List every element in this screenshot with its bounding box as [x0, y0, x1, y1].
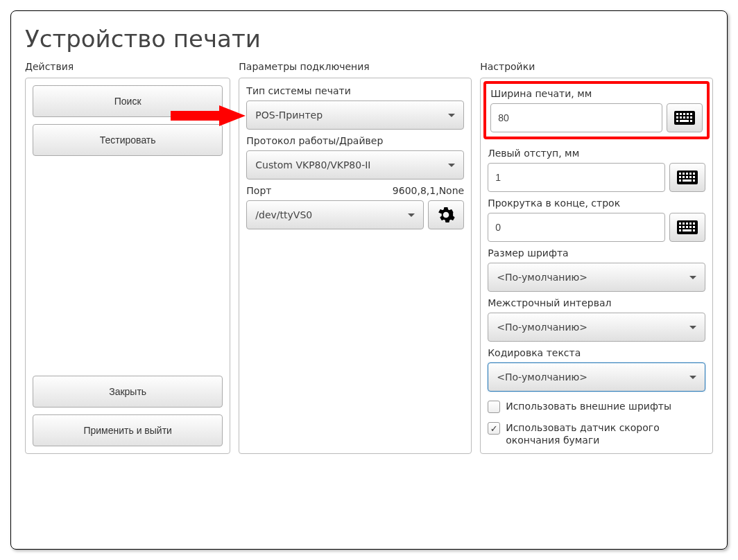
svg-rect-38: [689, 226, 692, 228]
svg-rect-26: [679, 180, 681, 182]
print-width-label: Ширина печати, мм: [490, 88, 703, 99]
font-size-value: <По-умолчанию>: [497, 272, 587, 283]
svg-rect-18: [686, 173, 688, 175]
keyboard-button[interactable]: [667, 103, 703, 132]
port-value: /dev/ttyVS0: [255, 209, 312, 220]
svg-rect-7: [676, 116, 678, 119]
column-settings: Настройки Ширина печати, мм: [480, 61, 713, 454]
svg-rect-5: [687, 113, 689, 115]
line-spacing-label: Межстрочный интервал: [488, 297, 705, 308]
svg-rect-32: [686, 222, 688, 225]
svg-rect-24: [689, 176, 692, 178]
chevron-down-icon: [689, 376, 696, 379]
panel-settings: Ширина печати, мм: [480, 78, 713, 454]
svg-rect-39: [693, 226, 695, 228]
svg-rect-3: [680, 113, 682, 115]
svg-rect-13: [680, 120, 689, 122]
svg-rect-27: [683, 180, 692, 182]
svg-rect-2: [676, 113, 678, 115]
printer-device-window: Устройство печати Действия Поиск Тестиро…: [10, 10, 728, 550]
svg-rect-30: [679, 222, 681, 225]
svg-rect-33: [689, 222, 692, 225]
svg-rect-42: [693, 229, 695, 231]
left-margin-label: Левый отступ, мм: [488, 148, 705, 159]
chevron-down-icon: [408, 213, 415, 217]
encoding-label: Кодировка текста: [488, 347, 705, 358]
line-spacing-select[interactable]: <По-умолчанию>: [488, 313, 705, 342]
port-settings-summary: 9600,8,1,None: [393, 185, 464, 196]
svg-rect-9: [683, 116, 685, 119]
keyboard-icon: [677, 170, 698, 184]
column-params: Параметры подключения Тип системы печати…: [239, 61, 472, 454]
print-system-type-label: Тип системы печати: [246, 85, 464, 96]
scroll-end-label: Прокрутка в конце, строк: [488, 198, 705, 209]
external-fonts-row: Использовать внешние шрифты: [488, 400, 705, 413]
svg-rect-35: [679, 226, 681, 228]
encoding-select[interactable]: <По-умолчанию>: [488, 362, 705, 392]
svg-rect-8: [680, 116, 682, 119]
encoding-value: <По-умолчанию>: [497, 371, 587, 383]
section-label-actions: Действия: [25, 61, 230, 72]
svg-rect-41: [683, 229, 692, 231]
keyboard-button[interactable]: [669, 213, 705, 242]
keyboard-button[interactable]: [669, 163, 705, 192]
external-fonts-label: Использовать внешние шрифты: [506, 400, 671, 412]
paper-sensor-checkbox[interactable]: [488, 422, 500, 435]
chevron-down-icon: [448, 164, 455, 167]
port-settings-button[interactable]: [428, 200, 464, 229]
panel-params: Тип системы печати POS-Принтер Протокол …: [239, 78, 472, 454]
section-label-params: Параметры подключения: [239, 61, 472, 72]
svg-rect-16: [679, 173, 681, 175]
port-select[interactable]: /dev/ttyVS0: [246, 200, 424, 229]
external-fonts-checkbox[interactable]: [488, 401, 500, 413]
port-label-row: Порт 9600,8,1,None: [246, 185, 464, 196]
svg-rect-37: [686, 226, 688, 228]
chevron-down-icon: [689, 276, 696, 279]
svg-rect-12: [676, 120, 678, 122]
svg-rect-21: [679, 176, 681, 178]
scroll-end-input[interactable]: [488, 213, 665, 242]
gear-icon: [437, 206, 455, 224]
svg-rect-14: [690, 120, 692, 122]
apply-exit-button[interactable]: Применить и выйти: [33, 414, 223, 446]
svg-rect-20: [693, 173, 695, 175]
svg-rect-36: [683, 226, 685, 228]
paper-sensor-row: Использовать датчик скорого окончания бу…: [488, 421, 705, 446]
test-button[interactable]: Тестировать: [33, 124, 223, 156]
section-label-settings: Настройки: [480, 61, 713, 72]
search-button[interactable]: Поиск: [33, 85, 223, 117]
panel-actions: Поиск Тестировать Закрыть Применить и вы…: [25, 78, 230, 454]
font-size-label: Размер шрифта: [488, 247, 705, 259]
svg-rect-10: [687, 116, 689, 119]
chevron-down-icon: [689, 326, 696, 329]
print-width-input[interactable]: [490, 103, 662, 132]
left-margin-input[interactable]: [488, 163, 665, 192]
line-spacing-value: <По-умолчанию>: [497, 322, 587, 333]
column-actions: Действия Поиск Тестировать Закрыть Приме…: [25, 61, 230, 454]
driver-value: Custom VKP80/VKP80-II: [255, 159, 370, 170]
svg-rect-34: [693, 222, 695, 225]
svg-rect-4: [683, 113, 685, 115]
print-system-type-select[interactable]: POS-Принтер: [246, 100, 464, 130]
print-width-highlight: Ширина печати, мм: [483, 81, 710, 139]
svg-rect-28: [693, 180, 695, 182]
driver-label: Протокол работы/Драйвер: [246, 135, 464, 146]
close-button[interactable]: Закрыть: [33, 376, 223, 408]
font-size-select[interactable]: <По-умолчанию>: [488, 263, 705, 292]
svg-rect-11: [690, 116, 692, 119]
driver-select[interactable]: Custom VKP80/VKP80-II: [246, 150, 464, 180]
page-title: Устройство печати: [25, 25, 713, 53]
paper-sensor-label: Использовать датчик скорого окончания бу…: [506, 421, 705, 446]
port-label: Порт: [246, 185, 271, 196]
print-system-type-value: POS-Принтер: [255, 110, 323, 121]
svg-rect-25: [693, 176, 695, 178]
svg-rect-22: [683, 176, 685, 178]
columns-layout: Действия Поиск Тестировать Закрыть Приме…: [25, 61, 713, 454]
svg-rect-19: [689, 173, 692, 175]
svg-rect-23: [686, 176, 688, 178]
svg-rect-40: [679, 229, 681, 231]
svg-rect-31: [683, 222, 685, 225]
keyboard-icon: [674, 111, 695, 125]
keyboard-icon: [677, 220, 698, 234]
chevron-down-icon: [448, 114, 455, 117]
